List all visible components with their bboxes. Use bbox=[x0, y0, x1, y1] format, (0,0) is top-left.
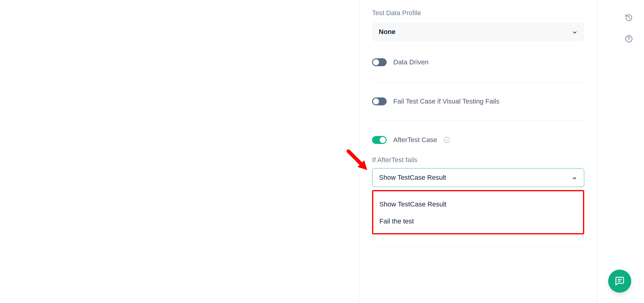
history-icon[interactable] bbox=[625, 13, 633, 22]
info-icon[interactable]: i bbox=[444, 137, 450, 143]
help-icon[interactable] bbox=[625, 35, 633, 43]
chevron-up-icon bbox=[572, 175, 577, 180]
test-data-profile-label: Test Data Profile bbox=[372, 9, 584, 17]
aftertest-case-row: AfterTest Case i bbox=[372, 121, 584, 152]
aftertest-fails-label: If AfterTest fails bbox=[372, 156, 584, 164]
fail-visual-row: Fail Test Case if Visual Testing Fails bbox=[372, 82, 584, 121]
right-tool-strip bbox=[614, 0, 644, 303]
test-data-profile-select[interactable]: None bbox=[372, 22, 584, 41]
test-data-profile-value: None bbox=[379, 28, 395, 36]
chat-fab[interactable] bbox=[608, 270, 631, 293]
aftertest-option-fail-test[interactable]: Fail the test bbox=[373, 217, 583, 225]
aftertest-fails-selected: Show TestCase Result bbox=[379, 174, 446, 182]
test-data-profile-section: Test Data Profile None bbox=[372, 9, 584, 41]
aftertest-fails-section: If AfterTest fails Show TestCase Result … bbox=[372, 152, 584, 247]
aftertest-fails-options: Show TestCase Result Fail the test bbox=[372, 190, 584, 234]
fail-visual-label: Fail Test Case if Visual Testing Fails bbox=[393, 97, 500, 105]
data-driven-label: Data Driven bbox=[393, 58, 429, 66]
aftertest-fails-select[interactable]: Show TestCase Result bbox=[372, 168, 584, 187]
settings-panel: Test Data Profile None Data Driven Fail … bbox=[359, 0, 597, 303]
aftertest-case-label: AfterTest Case bbox=[393, 136, 437, 144]
aftertest-case-toggle[interactable] bbox=[372, 136, 387, 144]
aftertest-option-show-result[interactable]: Show TestCase Result bbox=[373, 200, 583, 217]
chevron-down-icon bbox=[572, 29, 578, 35]
data-driven-row: Data Driven bbox=[372, 41, 584, 82]
data-driven-toggle[interactable] bbox=[372, 58, 387, 66]
fail-visual-toggle[interactable] bbox=[372, 97, 387, 105]
svg-point-1 bbox=[629, 40, 629, 41]
